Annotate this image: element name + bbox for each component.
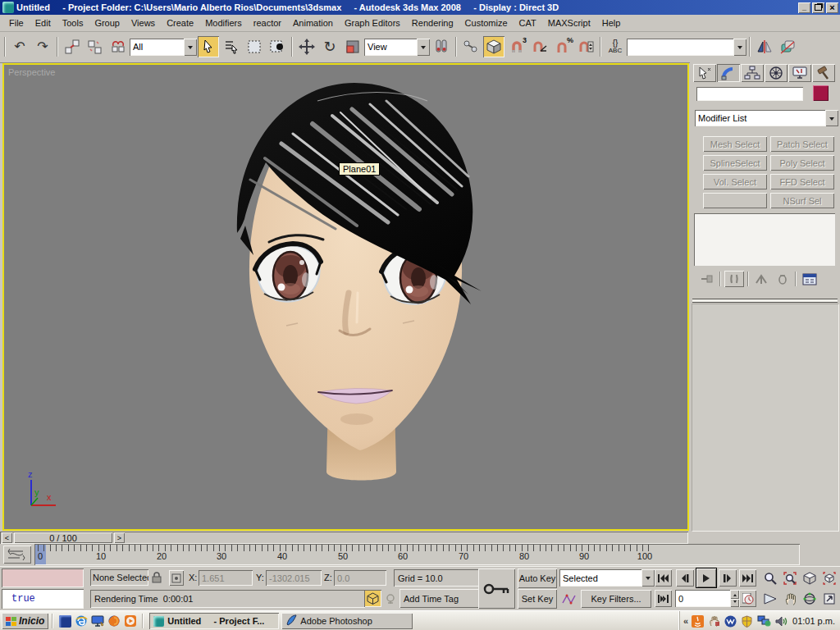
play-icon[interactable] — [696, 568, 716, 587]
mesh-select-button[interactable]: Mesh Select — [703, 136, 767, 152]
zoom-all-icon[interactable] — [781, 569, 799, 587]
tab-display[interactable] — [788, 64, 811, 82]
zoom-extents-icon[interactable] — [801, 569, 819, 587]
menu-animation[interactable]: Animation — [287, 16, 339, 30]
time-slider-handle[interactable]: 0 / 100 — [14, 532, 112, 543]
vol-select-button[interactable]: Vol. Select — [703, 174, 767, 189]
undo-icon[interactable]: ↶ — [9, 36, 30, 57]
show-desktop-quicklaunch-icon[interactable] — [89, 613, 106, 629]
chevron-down-icon[interactable] — [641, 569, 655, 587]
tab-hierarchy[interactable] — [741, 64, 764, 82]
clock[interactable]: 01:01 p.m. — [791, 616, 840, 626]
menu-maxscript[interactable]: MAXScript — [542, 16, 596, 30]
frame-spinner-up-icon[interactable] — [730, 590, 739, 599]
chevron-down-icon[interactable] — [417, 39, 430, 56]
chevron-down-icon[interactable] — [733, 39, 746, 56]
viewport-label[interactable]: Perspective — [8, 67, 55, 77]
menu-graph-editors[interactable]: Graph Editors — [339, 16, 406, 30]
menu-help[interactable]: Help — [596, 16, 627, 30]
tray-chevron-icon[interactable]: « — [683, 616, 688, 626]
track-bar-ruler[interactable]: 0 10 20 30 40 50 60 70 80 90 100 — [34, 544, 800, 565]
edit-named-selections-icon[interactable]: {} ABC — [605, 36, 626, 57]
time-slider-prev-button[interactable]: < — [2, 532, 12, 543]
perspective-viewport[interactable]: z x y Perspective Plane01 — [2, 63, 689, 531]
menu-rendering[interactable]: Rendering — [406, 16, 459, 30]
head-model[interactable]: z x y — [4, 65, 687, 529]
menu-reactor[interactable]: reactor — [248, 16, 287, 30]
menu-customize[interactable]: Customize — [459, 16, 514, 30]
percent-snap-icon[interactable]: % — [552, 36, 573, 57]
bind-to-space-warp-icon[interactable] — [107, 36, 129, 57]
firefox-quicklaunch-icon[interactable] — [106, 613, 122, 629]
unlink-selection-icon[interactable] — [84, 36, 106, 57]
select-object-icon[interactable] — [198, 36, 219, 57]
maximize-viewport-toggle-icon[interactable] — [820, 590, 838, 607]
menu-tools[interactable]: Tools — [57, 16, 89, 30]
rectangular-selection-region-icon[interactable] — [244, 36, 265, 57]
x-field[interactable]: 1.651 — [199, 570, 253, 586]
poly-select-button[interactable]: Poly Select — [770, 155, 834, 171]
select-and-rotate-icon[interactable]: ↻ — [319, 36, 340, 57]
chevron-down-icon[interactable] — [825, 110, 838, 126]
chevron-down-icon[interactable] — [184, 39, 197, 56]
menu-views[interactable]: Views — [126, 16, 161, 30]
select-and-manipulate-icon[interactable] — [460, 36, 482, 57]
show-end-result-icon[interactable] — [724, 271, 744, 287]
menu-cat[interactable]: CAT — [514, 16, 542, 30]
tab-utilities[interactable] — [812, 64, 835, 82]
auto-key-button[interactable]: Auto Key — [518, 568, 557, 588]
communicator-icon[interactable] — [383, 590, 398, 607]
modifier-list-dropdown[interactable]: Modifier List — [695, 110, 838, 126]
wireless-tray-icon[interactable] — [724, 613, 737, 629]
time-slider-next-button[interactable]: > — [114, 532, 125, 543]
absolute-mode-toggle[interactable] — [169, 570, 184, 586]
isolate-selection-icon[interactable] — [364, 590, 381, 607]
media-player-quicklaunch-icon[interactable] — [122, 613, 139, 629]
menu-modifiers[interactable]: Modifiers — [199, 16, 248, 30]
minimize-button[interactable]: _ — [798, 2, 810, 13]
dev-cpp-quicklaunch-icon[interactable] — [57, 613, 73, 629]
z-field[interactable]: 0.0 — [334, 570, 386, 586]
security-shield-tray-icon[interactable] — [740, 613, 754, 629]
blank-button[interactable] — [703, 193, 767, 208]
network-tray-icon[interactable] — [756, 613, 772, 629]
task-button-3dsmax[interactable]: Untitled - Project F... — [149, 613, 279, 629]
zoom-icon[interactable] — [761, 569, 779, 587]
menu-edit[interactable]: Edit — [30, 16, 57, 30]
modifier-stack-list[interactable] — [694, 213, 835, 266]
snap-3d-icon[interactable]: 3 — [506, 36, 527, 57]
mini-curve-editor-icon[interactable] — [3, 546, 31, 564]
current-frame-field[interactable]: 0 — [675, 590, 739, 607]
maxscript-mini-listener-pink[interactable] — [2, 568, 84, 587]
field-of-view-icon[interactable] — [761, 590, 779, 607]
volume-tray-icon[interactable] — [774, 613, 788, 629]
use-pivot-point-center-icon[interactable] — [431, 36, 452, 57]
select-and-scale-icon[interactable] — [342, 36, 363, 57]
align-icon[interactable] — [777, 36, 798, 57]
mirror-icon[interactable] — [754, 36, 775, 57]
menu-file[interactable]: File — [3, 16, 30, 30]
key-mode-toggle-icon[interactable] — [655, 590, 672, 607]
select-and-move-icon[interactable] — [296, 36, 317, 57]
go-to-end-icon[interactable] — [739, 569, 756, 587]
menu-group[interactable]: Group — [89, 16, 126, 30]
reference-coordinate-dropdown[interactable]: View — [364, 39, 430, 56]
ffd-select-button[interactable]: FFD Select — [770, 174, 834, 189]
object-color-swatch[interactable] — [813, 85, 829, 101]
add-time-tag-button[interactable]: Add Time Tag — [399, 589, 479, 608]
angle-snap-icon[interactable] — [529, 36, 550, 57]
pan-icon[interactable] — [781, 590, 799, 607]
spinner-snap-icon[interactable] — [575, 36, 596, 57]
frame-spinner-down-icon[interactable] — [730, 599, 739, 608]
select-by-name-icon[interactable] — [221, 36, 242, 57]
set-key-button[interactable]: Set Key — [518, 589, 557, 609]
maxscript-mini-listener-white[interactable]: true — [2, 589, 84, 609]
select-and-link-icon[interactable] — [62, 36, 83, 57]
menu-create[interactable]: Create — [161, 16, 199, 30]
redo-icon[interactable]: ↷ — [32, 36, 53, 57]
nsurf-sel-button[interactable]: NSurf Sel — [770, 193, 834, 208]
y-field[interactable]: -1302.015 — [266, 570, 322, 586]
selection-lock-icon[interactable] — [149, 570, 164, 585]
go-to-start-icon[interactable] — [655, 569, 672, 587]
window-crossing-icon[interactable] — [267, 36, 288, 57]
